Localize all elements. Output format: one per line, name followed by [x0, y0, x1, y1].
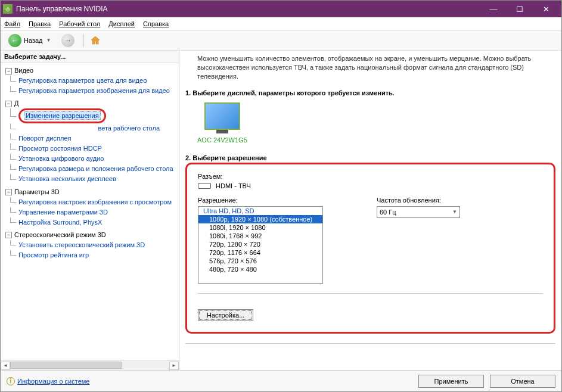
connector-label: Разъем: — [198, 173, 543, 180]
scroll-thumb[interactable] — [10, 362, 122, 369]
nvidia-icon: ◎ — [3, 4, 13, 14]
highlight-marker: Изменение разрешения — [18, 108, 106, 123]
cancel-button[interactable]: Отмена — [490, 375, 555, 388]
tree-item[interactable]: Установка нескольких дисплеев — [18, 175, 116, 182]
monitor-label: AOC 24V2W1G5 — [197, 136, 247, 144]
main-panel: Можно уменьшить количество элементов, от… — [179, 51, 561, 370]
hdmi-icon — [198, 183, 211, 189]
tree-group-display[interactable]: Д — [14, 99, 18, 107]
resolution-option[interactable]: 1080i, 1920 × 1080 — [198, 223, 322, 232]
tree-item[interactable]: Регулировка настроек изображения с просм… — [18, 198, 172, 206]
resolution-option[interactable]: 720p, 1176 × 664 — [198, 248, 322, 257]
tree-item[interactable]: вета рабочего стола — [98, 125, 160, 132]
refresh-rate-combo[interactable]: 60 Гц ▼ — [377, 206, 460, 218]
info-icon: i — [7, 377, 15, 385]
connector-value: HDMI - ТВЧ — [216, 182, 251, 189]
tree-item[interactable]: Управление параметрами 3D — [18, 209, 108, 216]
resolution-settings-panel: Разъем: HDMI - ТВЧ Разрешение: Ultra HD,… — [185, 163, 555, 334]
tree-item[interactable]: Просмотр рейтинга игр — [18, 251, 89, 259]
back-arrow-icon: ← — [8, 34, 21, 47]
separator — [83, 34, 84, 47]
sidebar: Выберите задачу... −Видео Регулировка па… — [1, 51, 179, 370]
menubar: Файл Правка Рабочий стол Дисплей Справка — [1, 17, 561, 30]
divider — [185, 343, 555, 344]
scroll-left-arrow[interactable]: ◄ — [1, 362, 10, 370]
customize-button[interactable]: Настройка... — [198, 309, 253, 321]
tree-group-video[interactable]: Видео — [14, 67, 33, 74]
maximize-button[interactable]: ☐ — [507, 1, 533, 17]
nvidia-control-panel-window: ◎ Панель управления NVIDIA — ☐ ✕ Файл Пр… — [0, 0, 562, 392]
home-button[interactable] — [89, 34, 102, 47]
task-header: Выберите задачу... — [1, 51, 179, 63]
collapse-icon[interactable]: − — [5, 189, 12, 195]
close-button[interactable]: ✕ — [533, 1, 559, 17]
resolution-label: Разрешение: — [198, 197, 323, 204]
system-info-link[interactable]: i Информация о системе — [7, 377, 89, 385]
menu-help[interactable]: Справка — [143, 20, 169, 27]
refresh-value: 60 Гц — [380, 209, 396, 216]
tree-item-change-resolution[interactable]: Изменение разрешения — [24, 111, 101, 120]
chevron-down-icon[interactable]: ▼ — [46, 38, 51, 43]
divider — [198, 293, 543, 294]
bottom-bar: i Информация о системе Применить Отмена — [1, 370, 561, 391]
tree-item[interactable]: Поворот дисплея — [18, 135, 71, 142]
section1-title: 1. Выберите дисплей, параметры которого … — [185, 89, 555, 97]
tree-item[interactable]: Просмотр состояния HDCP — [18, 145, 102, 152]
scroll-track[interactable] — [10, 362, 169, 370]
menu-desktop[interactable]: Рабочий стол — [59, 20, 100, 27]
collapse-icon[interactable]: − — [5, 101, 12, 107]
section2-title: 2. Выберите разрешение — [185, 154, 555, 161]
minimize-button[interactable]: — — [480, 1, 507, 17]
monitor-item[interactable]: AOC 24V2W1G5 — [197, 102, 247, 144]
tree-item[interactable]: Установка цифрового аудио — [18, 155, 104, 162]
resolution-category: Ultra HD, HD, SD — [198, 207, 322, 215]
tree-item[interactable]: Настройка Surround, PhysX — [18, 219, 102, 226]
tree-group-stereo3d[interactable]: Стереоскопический режим 3D — [14, 231, 106, 238]
tree-item[interactable]: Регулировка параметров цвета для видео — [18, 77, 147, 84]
resolution-option[interactable]: 576p, 720 × 576 — [198, 257, 322, 265]
content-area: Выберите задачу... −Видео Регулировка па… — [1, 51, 561, 370]
resolution-listbox[interactable]: Ultra HD, HD, SD 1080p, 1920 × 1080 (соб… — [198, 206, 323, 284]
forward-button[interactable]: → — [57, 32, 79, 49]
monitor-icon — [204, 102, 240, 130]
forward-arrow-icon: → — [61, 34, 74, 47]
tree-group-3d[interactable]: Параметры 3D — [14, 188, 60, 195]
menu-file[interactable]: Файл — [4, 20, 20, 27]
back-button[interactable]: ← Назад ▼ — [4, 32, 55, 49]
resolution-option[interactable]: 1080i, 1768 × 992 — [198, 232, 322, 240]
refresh-label: Частота обновления: — [377, 197, 460, 204]
scroll-right-arrow[interactable]: ► — [169, 362, 179, 370]
task-tree[interactable]: −Видео Регулировка параметров цвета для … — [1, 63, 179, 360]
tree-item[interactable]: Регулировка размера и положения рабочего… — [18, 165, 173, 172]
menu-edit[interactable]: Правка — [29, 20, 51, 27]
resolution-option[interactable]: 1080p, 1920 × 1080 (собственное) — [198, 215, 322, 223]
resolution-option[interactable]: 720p, 1280 × 720 — [198, 240, 322, 248]
horizontal-scrollbar[interactable]: ◄ ► — [1, 360, 179, 370]
chevron-down-icon: ▼ — [452, 209, 457, 214]
collapse-icon[interactable]: − — [5, 232, 12, 238]
window-title: Панель управления NVIDIA — [16, 5, 480, 13]
home-icon — [89, 35, 101, 46]
tree-item[interactable]: Установить стереоскопический режим 3D — [18, 241, 145, 248]
tree-item[interactable]: Регулировка параметров изображения для в… — [18, 87, 170, 94]
collapse-icon[interactable]: − — [5, 68, 12, 74]
resolution-option[interactable]: 480p, 720 × 480 — [198, 265, 322, 273]
menu-display[interactable]: Дисплей — [108, 20, 135, 27]
toolbar: ← Назад ▼ → — [1, 30, 561, 51]
titlebar[interactable]: ◎ Панель управления NVIDIA — ☐ ✕ — [1, 1, 561, 17]
description-text: Можно уменьшить количество элементов, от… — [197, 54, 555, 81]
apply-button[interactable]: Применить — [418, 375, 484, 388]
